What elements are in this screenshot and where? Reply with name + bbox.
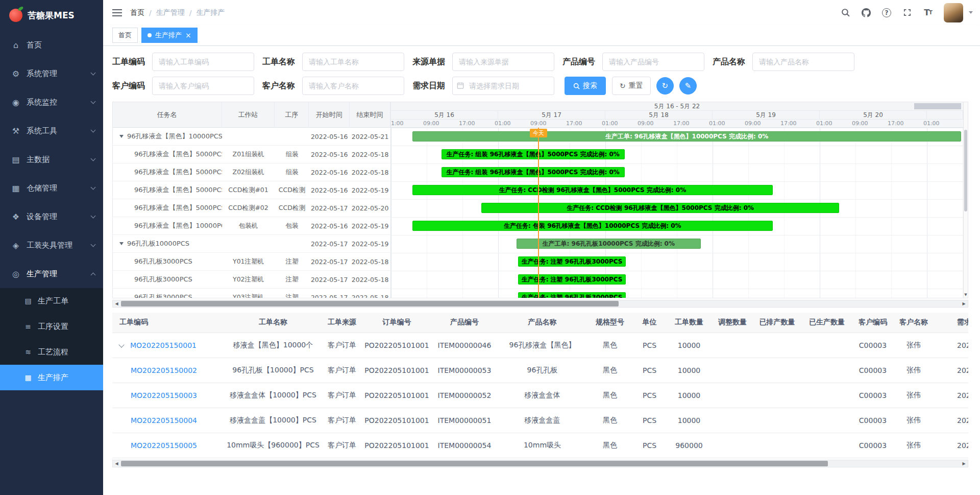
gantt-task-row[interactable]: 96孔移液盒【黑色】5000PCSZ02组装机组装2022-05-162022-… <box>113 163 390 181</box>
task-end: 2022-05-18 <box>350 146 390 163</box>
orders-column-header: 规格型号 <box>587 313 633 333</box>
gantt-task-row[interactable]: 96孔移液盒【黑色】5000PCSZ01组装机组装2022-05-162022-… <box>113 146 390 163</box>
gantt-task-row[interactable]: 96孔移液盒【黑色】10000PCS2022-05-162022-05-21 <box>113 128 390 146</box>
gantt-task-bar[interactable]: 生产任务: 注塑 96孔孔板3000PCS 完成比例: 0% <box>518 256 626 267</box>
gantt-task-row[interactable]: 96孔孔板3000PCSY02注塑机注塑2022-05-172022-05-18 <box>113 271 390 289</box>
scroll-down-arrow-icon[interactable]: ▼ <box>964 292 968 298</box>
gantt-task-bar[interactable]: 生产任务: CCD检测 96孔移液盒【黑色】5000PCS 完成比例: 0% <box>481 203 839 213</box>
filter-field-7: 需求日期 <box>412 77 554 95</box>
scrollbar-thumb[interactable] <box>121 461 828 466</box>
expander-icon[interactable] <box>119 135 124 138</box>
timeline-hour: 01:00 <box>709 120 725 127</box>
cell-order_no: PO202205101001 <box>362 358 431 383</box>
cell-code: MO202205150003 <box>112 383 225 408</box>
scrollbar-thumb[interactable] <box>964 130 967 211</box>
scroll-right-arrow-icon[interactable]: ▶ <box>960 300 968 307</box>
reset-button[interactable]: ↻重置 <box>612 77 651 95</box>
tab-1[interactable]: 生产排产× <box>141 28 198 43</box>
edit-round-button[interactable]: ✎ <box>679 77 697 95</box>
gantt-horizontal-scrollbar[interactable]: ◀ ▶ <box>112 300 968 308</box>
sidebar-subitem-3[interactable]: ▦生产排产 <box>0 365 103 390</box>
sync-round-button[interactable]: ↻ <box>656 77 674 95</box>
close-icon[interactable]: × <box>185 32 191 39</box>
text-input[interactable] <box>302 77 404 95</box>
sidebar-subitem-1[interactable]: ≡工序设置 <box>0 314 103 339</box>
hamburger-icon[interactable] <box>112 9 122 16</box>
gantt-task-bar[interactable]: 生产任务: 注塑 96孔孔板3000PCS 完成比例: 0% <box>518 274 626 285</box>
github-icon[interactable] <box>861 8 871 18</box>
timeline-day <box>927 111 963 119</box>
help-icon[interactable]: ? <box>882 8 891 17</box>
orders-column-header: 订单编号 <box>362 313 431 333</box>
text-input[interactable] <box>152 77 254 95</box>
app-title: 苦糖果MES <box>28 10 75 21</box>
gantt-bar-label: 生产任务: 组装 96孔移液盒【黑色】5000PCS 完成比例: 0% <box>445 168 621 177</box>
fullscreen-icon[interactable] <box>902 8 912 18</box>
sidebar-item-1[interactable]: ⚙系统管理 <box>0 59 103 88</box>
gantt-task-bar[interactable]: 生产任务: 包装 96孔移液盒【黑色】10000PCS 完成比例: 0% <box>412 221 773 231</box>
chevron-down-icon[interactable] <box>969 11 973 14</box>
orders-horizontal-scrollbar[interactable]: ◀ ▶ <box>112 460 968 467</box>
gantt-vertical-scrollbar[interactable]: ▼ <box>963 102 968 298</box>
date-input[interactable] <box>452 77 554 95</box>
sidebar-item-7[interactable]: ◈工装夹具管理 <box>0 231 103 260</box>
cell-produced_qty <box>801 408 852 433</box>
text-input[interactable] <box>302 53 404 71</box>
breadcrumb-item[interactable]: 生产排产 <box>196 8 225 17</box>
breadcrumb-item[interactable]: 生产管理 <box>156 8 185 17</box>
font-size-icon[interactable]: TT <box>923 8 933 18</box>
sidebar-item-6[interactable]: ❖设备管理 <box>0 202 103 231</box>
table-row[interactable]: MO202205150001移液盒【黑色】10000个客户订单PO2022051… <box>112 333 968 358</box>
expand-chevron-icon[interactable] <box>118 342 124 347</box>
scrollbar-thumb[interactable] <box>121 301 619 307</box>
orders-column-header: 工单数量 <box>666 313 712 333</box>
gantt-task-row[interactable]: 96孔孔板3000PCSY01注塑机注塑2022-05-172022-05-18 <box>113 253 390 271</box>
sidebar-item-label: 系统监控 <box>27 98 91 107</box>
gantt-task-row[interactable]: 96孔孔板10000PCS2022-05-172022-05-19 <box>113 235 390 253</box>
gantt-task-row[interactable]: 96孔移液盒【黑色】5000PCSCCD检测#02CCD检测2022-05-17… <box>113 199 390 217</box>
text-input[interactable] <box>152 53 254 71</box>
scroll-left-arrow-icon[interactable]: ◀ <box>113 300 120 307</box>
cell-demand_date: 2022 <box>934 408 968 433</box>
sidebar-item-2[interactable]: ◉系统监控 <box>0 88 103 116</box>
workorder-link[interactable]: MO202205150003 <box>131 391 197 399</box>
search-button[interactable]: 搜索 <box>565 77 606 95</box>
app-logo[interactable]: 苦糖果MES <box>0 0 103 31</box>
workorder-link[interactable]: MO202205150005 <box>131 441 197 450</box>
workorder-link[interactable]: MO202205150004 <box>131 416 197 425</box>
table-row[interactable]: MO202205150003移液盒盒体【10000】PCS客户订单PO20220… <box>112 383 968 408</box>
gantt-task-row[interactable]: 96孔移液盒【黑色】10000PCS包装机包装2022-05-162022-05… <box>113 217 390 235</box>
tab-0[interactable]: 首页 <box>112 28 138 43</box>
table-row[interactable]: MO202205150004移液盒盒盖【10000】PCS客户订单PO20220… <box>112 408 968 433</box>
gantt-task-bar[interactable]: 生产任务: 组装 96孔移液盒【黑色】5000PCS 完成比例: 0% <box>442 167 625 177</box>
sidebar-subitem-0[interactable]: ▤生产工单 <box>0 288 103 314</box>
scroll-left-arrow-icon[interactable]: ◀ <box>113 460 120 467</box>
scroll-right-arrow-icon[interactable]: ▶ <box>960 460 968 467</box>
sidebar-item-8[interactable]: ◎生产管理 <box>0 260 103 288</box>
gantt-workorder-bar[interactable]: 生产工单: 96孔孔板10000PCS 完成比例: 0% <box>517 239 701 249</box>
text-input[interactable] <box>452 53 554 71</box>
gantt-workorder-bar[interactable]: 生产工单: 96孔移液盒【黑色】10000PCS 完成比例: 0% <box>412 131 961 142</box>
text-input[interactable] <box>602 53 704 71</box>
avatar[interactable] <box>944 3 963 22</box>
sidebar-item-0[interactable]: ⌂首页 <box>0 31 103 59</box>
sidebar-item-4[interactable]: ▤主数据 <box>0 145 103 174</box>
filter-form: 工单编码工单名称来源单据产品编号产品名称客户编码客户名称需求日期搜索↻重置↻✎ <box>112 53 971 95</box>
gantt-task-row[interactable]: 96孔孔板3000PCSY03注塑机注塑2022-05-172022-05-18 <box>113 289 390 298</box>
workorder-link[interactable]: MO202205150002 <box>131 366 197 374</box>
gantt-task-bar[interactable]: 生产任务: 注塑 96孔孔板3000PCS 完成比例: 0% <box>518 292 626 298</box>
task-start: 2022-05-17 <box>309 271 350 288</box>
workorder-link[interactable]: MO202205150001 <box>130 341 197 349</box>
table-row[interactable]: MO20220515000296孔孔板【10000】PCS客户订单PO20220… <box>112 358 968 383</box>
sidebar-item-5[interactable]: ▦仓储管理 <box>0 174 103 202</box>
gantt-task-row[interactable]: 96孔移液盒【黑色】5000PCSCCD检测#01CCD检测2022-05-16… <box>113 181 390 199</box>
gantt-task-bar[interactable]: 生产任务: CCD检测 96孔移液盒【黑色】5000PCS 完成比例: 0% <box>412 185 773 195</box>
cell-item_no: ITEM00000051 <box>431 408 498 433</box>
gantt-task-bar[interactable]: 生产任务: 组装 96孔移液盒【黑色】5000PCS 完成比例: 0% <box>442 149 625 159</box>
search-icon[interactable] <box>840 8 850 18</box>
sidebar-subitem-2[interactable]: ≋工艺流程 <box>0 339 103 365</box>
table-row[interactable]: MO20220515000510mm吸头【960000】PCS客户订单PO202… <box>112 433 968 458</box>
sidebar-item-3[interactable]: ⚒系统工具 <box>0 116 103 145</box>
expander-icon[interactable] <box>119 242 124 245</box>
text-input[interactable] <box>752 53 854 71</box>
